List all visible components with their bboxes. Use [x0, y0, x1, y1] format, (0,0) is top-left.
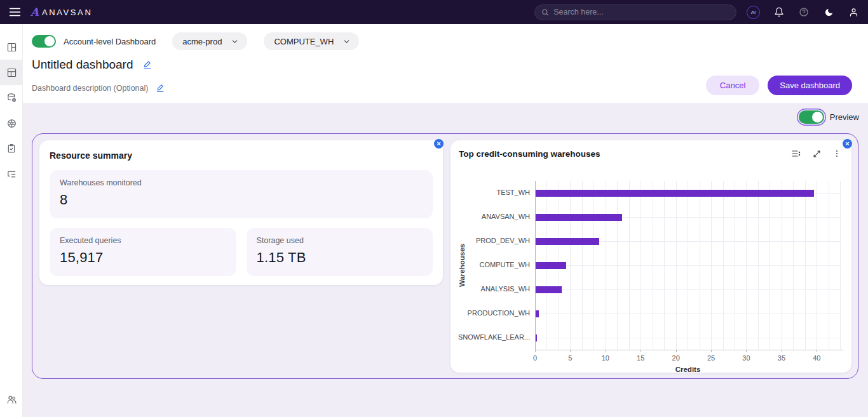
x-tick — [746, 350, 747, 352]
x-tick — [641, 350, 641, 352]
x-tick-label: 20 — [667, 354, 686, 362]
stat-label: Warehouses monitored — [60, 178, 423, 187]
dark-mode-moon-icon[interactable] — [823, 6, 834, 18]
stat-label: Storage used — [257, 236, 423, 245]
category-label: PRODUCTION_WH — [451, 309, 530, 317]
stat-value: 8 — [60, 192, 423, 208]
x-axis-title: Credits — [535, 366, 841, 373]
sidebar-item-wheel-icon[interactable] — [0, 110, 23, 136]
x-tick-label: 10 — [596, 354, 615, 362]
edit-description-pencil-icon[interactable] — [156, 83, 165, 93]
bar-compute-wh[interactable] — [536, 262, 566, 269]
notifications-bell-icon[interactable] — [773, 6, 785, 18]
dashboard-title: Untitled dashboard — [32, 58, 133, 72]
stat-value: 15,917 — [60, 249, 226, 266]
x-tick — [676, 350, 677, 352]
dashboard-description-label: Dashboard description (Optional) — [32, 84, 148, 93]
x-axis-line — [535, 350, 843, 350]
bar-snowflake-lear-[interactable] — [536, 334, 537, 341]
sidebar-item-clipboard-check-icon[interactable] — [0, 136, 23, 161]
bar-anavsan-wh[interactable] — [536, 214, 622, 221]
brand-logo[interactable]: A ANAVSAN — [31, 6, 92, 18]
bar-prod-dev-wh[interactable] — [536, 238, 599, 245]
warehouse-select-value: COMPUTE_WH — [274, 37, 334, 46]
user-profile-icon[interactable] — [848, 6, 859, 18]
bar-analysis-wh[interactable] — [536, 286, 562, 293]
y-axis-title: Warehouses — [458, 244, 466, 287]
warehouse-select[interactable]: COMPUTE_WH — [264, 32, 359, 50]
edit-title-pencil-icon[interactable] — [142, 60, 153, 70]
search-input[interactable] — [553, 8, 729, 17]
cancel-button[interactable]: Cancel — [706, 76, 759, 95]
x-tick — [606, 350, 606, 352]
search-bar[interactable] — [534, 4, 736, 20]
preview-toggle[interactable] — [799, 110, 824, 124]
brand-a-icon: A — [31, 6, 41, 18]
svg-text:A: A — [31, 6, 39, 18]
x-tick — [535, 350, 536, 352]
sidebar-item-users-icon[interactable] — [0, 387, 23, 412]
top-navbar: A ANAVSAN AI — [0, 0, 868, 24]
category-label: TEST_WH — [451, 189, 530, 196]
sidebar-item-database-insights-icon[interactable] — [0, 85, 23, 110]
x-tick — [782, 350, 782, 352]
sidebar-item-tree-list-icon[interactable] — [0, 161, 23, 187]
x-tick-label: 0 — [526, 354, 545, 362]
sidebar-item-board-icon[interactable] — [0, 34, 23, 60]
stat-label: Executed queries — [60, 236, 226, 245]
help-icon[interactable] — [798, 6, 810, 18]
sidebar-item-dashboard-layout-icon[interactable] — [0, 60, 23, 85]
stat-warehouses-monitored: Warehouses monitored 8 — [50, 170, 433, 218]
category-label: ANAVSAN_WH — [451, 213, 530, 220]
account-select[interactable]: acme-prod — [172, 32, 247, 50]
account-level-toggle[interactable] — [32, 35, 56, 48]
gridline — [535, 338, 841, 338]
x-tick-label: 35 — [772, 354, 791, 362]
hamburger-menu-icon[interactable] — [6, 4, 23, 20]
bar-test-wh[interactable] — [536, 190, 814, 197]
x-tick-label: 30 — [736, 354, 756, 362]
stat-executed-queries: Executed queries 15,917 — [50, 228, 236, 276]
resource-summary-card: × Resource summary Warehouses monitored … — [39, 140, 443, 285]
chart-plot-area: TEST_WHANAVSAN_WHPROD_DEV_WHCOMPUTE_WHAN… — [451, 140, 851, 373]
remove-widget-icon[interactable]: × — [434, 139, 444, 149]
gridline — [535, 289, 841, 290]
stat-storage-used: Storage used 1.15 TB — [247, 228, 433, 276]
chart-widget-card: × Top credit-consuming warehouses TEST_W… — [451, 140, 851, 373]
x-tick — [711, 350, 712, 352]
x-tick — [570, 350, 571, 352]
page-header: Account-level Dashboard acme-prod COMPUT… — [23, 24, 868, 103]
dashboard-canvas-panel: × Resource summary Warehouses monitored … — [32, 133, 858, 379]
brand-name: ANAVSAN — [42, 8, 92, 17]
x-tick-label: 25 — [702, 354, 721, 362]
stat-value: 1.15 TB — [257, 249, 423, 266]
account-select-value: acme-prod — [182, 37, 222, 46]
search-icon — [541, 8, 549, 17]
left-sidebar — [0, 24, 23, 417]
x-tick — [817, 350, 817, 352]
chevron-down-icon — [231, 37, 239, 46]
gridline — [535, 314, 841, 314]
x-tick-label: 40 — [807, 354, 826, 362]
dashboard-preview-area: Preview × Resource summary Warehouses mo… — [23, 103, 868, 417]
gridline — [535, 265, 841, 266]
bar-production-wh[interactable] — [536, 310, 539, 317]
category-label: SNOWFLAKE_LEAR... — [451, 333, 530, 341]
preview-toggle-label: Preview — [830, 112, 859, 122]
widget-title: Resource summary — [50, 150, 433, 161]
chevron-down-icon — [342, 37, 351, 46]
account-level-toggle-label: Account-level Dashboard — [64, 37, 156, 46]
x-tick-label: 15 — [631, 354, 650, 362]
save-dashboard-button[interactable]: Save dashboard — [768, 76, 852, 95]
ai-assistant-icon[interactable]: AI — [747, 6, 760, 19]
x-tick-label: 5 — [560, 354, 580, 362]
